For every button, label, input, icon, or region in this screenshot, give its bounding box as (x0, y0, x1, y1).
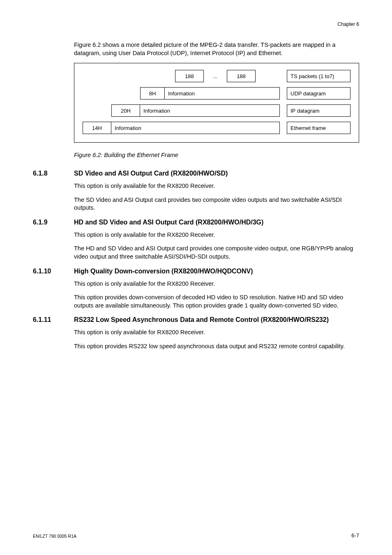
eth-header: 14H (83, 122, 111, 134)
section-num-619: 6.1.9 (33, 219, 74, 226)
section-6110-p1: This option is only available for the RX… (74, 280, 359, 288)
section-heading-618: 6.1.8 SD Video and ASI Output Card (RX82… (33, 170, 359, 177)
chapter-label: Chapter 6 (337, 21, 359, 27)
ts-188-b: 188 (227, 70, 256, 82)
section-heading-619: 6.1.9 HD and SD Video and ASI Output Car… (33, 219, 359, 226)
section-title-6110: High Quality Down-conversion (RX8200/HWO… (74, 268, 253, 275)
section-title-6111: RS232 Low Speed Asynchronous Data and Re… (74, 316, 329, 324)
section-6111-p2: This option provides RS232 low speed asy… (74, 342, 359, 351)
section-num-618: 6.1.8 (33, 170, 74, 177)
udp-label: UDP datagram (287, 87, 350, 99)
section-title-618: SD Video and ASI Output Card (RX8200/HWO… (74, 170, 228, 177)
intro-paragraph: Figure 6.2 shows a more detailed picture… (74, 41, 359, 57)
ip-header: 20H (111, 104, 140, 117)
udp-info: Information (165, 87, 280, 99)
section-heading-6110: 6.1.10 High Quality Down-conversion (RX8… (33, 268, 359, 275)
section-6111-p1: This option is only available for RX8200… (74, 328, 359, 337)
ts-label: TS packets (1 to7) (287, 70, 350, 82)
ip-label: IP datagram (287, 104, 350, 117)
section-6110-p2: This option provides down-conversion of … (74, 294, 359, 310)
section-619-p1: This option is only available for the RX… (74, 231, 359, 239)
ip-info: Information (140, 104, 280, 117)
ts-188-a: 188 (175, 70, 204, 82)
ts-dots: ... (207, 70, 224, 82)
section-title-619: HD and SD Video and ASI Output Card (RX8… (74, 219, 263, 226)
eth-info: Information (111, 122, 280, 134)
section-618-p1: This option is only available for the RX… (74, 182, 359, 190)
section-num-6110: 6.1.10 (33, 268, 74, 275)
figure-row-udp: 8H Information UDP datagram (83, 87, 350, 99)
section-618-p2: The SD Video and ASI Output card provide… (74, 196, 359, 212)
footer-page-num: 6-7 (351, 532, 359, 539)
figure-row-eth: 14H Information Ethernet frame (83, 122, 350, 134)
udp-header: 8H (140, 87, 165, 99)
section-619-p2: The HD and SD Video and ASI Output card … (74, 245, 359, 261)
figure-ethernet-frame: 188 ... 188 TS packets (1 to7) 8H Inform… (74, 63, 359, 143)
figure-caption: Figure 6.2: Building the Ethernet Frame (74, 152, 359, 158)
section-heading-6111: 6.1.11 RS232 Low Speed Asynchronous Data… (33, 316, 359, 324)
figure-row-ip: 20H Information IP datagram (83, 104, 350, 117)
section-num-6111: 6.1.11 (33, 316, 74, 324)
eth-label: Ethernet frame (287, 122, 350, 134)
footer-doc-id: EN/LZT 790 0005 R1A (33, 534, 76, 539)
figure-row-ts: 188 ... 188 TS packets (1 to7) (83, 70, 350, 82)
